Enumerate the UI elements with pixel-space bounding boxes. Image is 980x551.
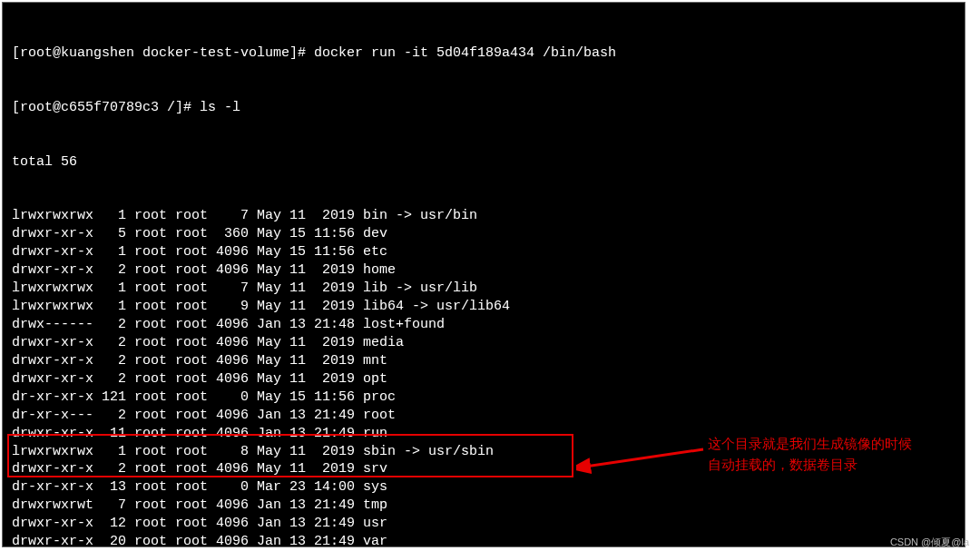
annotation-line1: 这个目录就是我们生成镜像的时候 (708, 434, 912, 455)
ls-row: drwx------ 2 root root 4096 Jan 13 21:48… (12, 316, 956, 334)
ls-row: dr-xr-xr-x 13 root root 0 Mar 23 14:00 s… (12, 478, 956, 497)
shell-prompt: [root@kuangshen docker-test-volume]# (12, 45, 314, 61)
ls-row: drwxr-xr-x 2 root root 4096 May 11 2019 … (12, 370, 956, 389)
terminal-line: [root@c655f70789c3 /]# ls -l (12, 99, 956, 117)
ls-row: lrwxrwxrwx 1 root root 9 May 11 2019 lib… (12, 298, 956, 316)
ls-row: drwxr-xr-x 2 root root 4096 May 11 2019 … (12, 352, 956, 370)
annotation-text: 这个目录就是我们生成镜像的时候 自动挂载的，数据卷目录 (708, 434, 912, 475)
ls-row: drwxr-xr-x 5 root root 360 May 15 11:56 … (12, 225, 956, 243)
shell-prompt: [root@c655f70789c3 /]# (12, 100, 200, 115)
shell-cmd: docker run -it 5d04f189a434 /bin/bash (314, 45, 616, 61)
ls-row: dr-xr-xr-x 121 root root 0 May 15 11:56 … (12, 389, 956, 407)
ls-row: drwxr-xr-x 1 root root 4096 May 15 11:56… (12, 243, 956, 261)
ls-row: lrwxrwxrwx 1 root root 7 May 11 2019 lib… (12, 280, 956, 298)
ls-total: total 56 (12, 153, 956, 172)
terminal-line: [root@kuangshen docker-test-volume]# doc… (12, 44, 956, 63)
ls-row: drwxr-xr-x 2 root root 4096 May 11 2019 … (12, 261, 956, 280)
ls-output: lrwxrwxrwx 1 root root 7 May 11 2019 bin… (12, 207, 956, 547)
ls-row: dr-xr-x--- 2 root root 4096 Jan 13 21:49… (12, 407, 956, 425)
ls-row: drwxr-xr-x 2 root root 4096 May 11 2019 … (12, 334, 956, 352)
shell-cmd: ls -l (200, 100, 240, 115)
ls-row: lrwxrwxrwx 1 root root 7 May 11 2019 bin… (12, 207, 956, 225)
annotation-line2: 自动挂载的，数据卷目录 (708, 455, 912, 476)
ls-row: drwxr-xr-x 12 root root 4096 Jan 13 21:4… (12, 515, 956, 533)
ls-row: drwxrwxrwt 7 root root 4096 Jan 13 21:49… (12, 497, 956, 515)
ls-row: drwxr-xr-x 20 root root 4096 Jan 13 21:4… (12, 533, 956, 547)
watermark: CSDN @倾夏@la (890, 536, 969, 549)
